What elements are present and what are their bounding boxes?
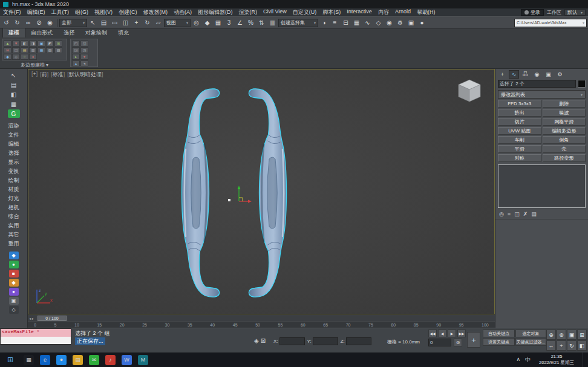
rendered-frame-window-icon[interactable]: ▣ xyxy=(406,18,416,28)
maxscript-listener-line2[interactable] xyxy=(1,337,71,344)
modifier-button[interactable]: 平滑 xyxy=(498,145,541,153)
selection-filter-dropdown[interactable]: 全部 ▾ xyxy=(59,19,87,27)
ribbon-mini-button[interactable]: ▨ xyxy=(54,47,62,53)
browser-icon[interactable]: ● xyxy=(53,352,70,367)
project-path-input[interactable] xyxy=(517,21,581,25)
percent-snap-icon[interactable]: % xyxy=(246,18,256,28)
motion-tab[interactable]: ◉ xyxy=(532,70,542,79)
file-explorer-icon[interactable]: ▤ xyxy=(70,352,86,367)
field-of-view-icon[interactable]: ↔ xyxy=(546,340,556,351)
modifier-button[interactable]: 对称 xyxy=(498,154,541,162)
use-pivot-center-icon[interactable]: ◎ xyxy=(191,18,201,28)
ribbon-tab[interactable]: 填充 xyxy=(113,28,134,37)
select-cursor-icon[interactable]: ↖ xyxy=(8,71,20,79)
next-frame-icon[interactable]: ▶▶ xyxy=(457,330,466,337)
current-frame-field[interactable] xyxy=(428,339,451,346)
menu-item[interactable]: 组(G) xyxy=(72,8,91,16)
edge-browser-icon[interactable]: e xyxy=(37,352,53,367)
menu-item[interactable]: 编辑(E) xyxy=(24,8,48,16)
ribbon-mini-button[interactable]: ▾ xyxy=(80,54,88,60)
ribbon-mini-button[interactable]: ○ xyxy=(21,54,28,60)
ribbon-mini-button[interactable]: ◱ xyxy=(80,41,88,47)
left-toolbar-item[interactable]: 编辑 xyxy=(8,140,19,149)
hierarchy-tab[interactable]: 品 xyxy=(520,70,531,79)
viewport-label-segment[interactable]: 前 xyxy=(40,71,48,79)
object-name-field[interactable] xyxy=(498,80,576,88)
project-path-field[interactable]: ▾ xyxy=(514,19,587,27)
named-selection-sets-dropdown[interactable]: 创建选择集 ▾ xyxy=(278,19,318,27)
maxscript-listener-line1[interactable]: saveMaxFile * xyxy=(1,329,71,337)
ribbon-mini-button[interactable]: ◩ xyxy=(46,41,54,47)
left-toolbar-item[interactable]: 其它 xyxy=(8,230,19,239)
maximize-viewport-icon[interactable]: ◧ xyxy=(577,340,587,351)
schematic-view-icon[interactable]: ◇ xyxy=(373,18,384,28)
selected-objects-dropdown[interactable]: 选定对象 xyxy=(515,330,546,337)
create-tab[interactable]: + xyxy=(497,70,508,79)
selection-lock-icon[interactable]: ⊠ xyxy=(261,337,266,344)
select-and-link-icon[interactable]: ∞ xyxy=(23,18,33,28)
ribbon-mini-button[interactable]: ◨ xyxy=(29,41,37,47)
left-toolbar-item[interactable]: 绘制 xyxy=(8,176,19,185)
polygon-modeling-panel-label[interactable]: 多边形建模 ▾ xyxy=(2,62,67,68)
left-handle-model[interactable] xyxy=(182,89,220,297)
rectangular-region-icon[interactable]: ▭ xyxy=(109,18,120,28)
menu-item[interactable]: 渲染(R) xyxy=(236,8,261,16)
unlink-selection-icon[interactable]: ⊘ xyxy=(34,18,44,28)
ribbon-tab[interactable]: 建模 xyxy=(2,28,25,37)
modifier-stack-list[interactable] xyxy=(498,164,586,208)
modifier-button[interactable]: 切片 xyxy=(498,118,541,126)
zoom-all-icon[interactable]: ⊛ xyxy=(557,330,566,340)
set-keys-button[interactable]: + xyxy=(467,332,480,348)
start-button[interactable]: ⊞ xyxy=(0,352,21,367)
menu-item[interactable]: 自定义(U) xyxy=(290,8,320,16)
ribbon-mini-button[interactable]: ▥ xyxy=(29,47,37,53)
menu-item[interactable]: 创建(C) xyxy=(116,8,140,16)
display-toggle-icon[interactable]: ◧ xyxy=(8,90,20,99)
menu-item[interactable]: 内容 xyxy=(375,8,392,16)
tray-expand-icon[interactable]: ∧ xyxy=(516,356,520,364)
align-icon[interactable]: ≡ xyxy=(330,18,340,28)
menu-item[interactable]: Arnold xyxy=(392,8,414,16)
track-bar[interactable]: 0510152025303540455055606570758085909510… xyxy=(28,321,495,328)
wechat-icon[interactable]: ✉ xyxy=(86,352,102,367)
maxscript-mini-listener[interactable]: saveMaxFile * xyxy=(0,328,71,345)
viewport-label-segment[interactable]: 标准 xyxy=(51,71,65,79)
modifier-list-dropdown[interactable]: 修改器列表 ▾ xyxy=(498,90,586,99)
modifier-button[interactable]: 壳 xyxy=(543,145,586,153)
task-view-icon[interactable]: ▦ xyxy=(21,352,37,367)
ribbon-mini-button[interactable]: ◧ xyxy=(21,41,28,47)
ribbon-mini-button[interactable]: ◫ xyxy=(12,47,20,53)
reference-coordinate-dropdown[interactable]: 视图 ▾ xyxy=(164,19,191,27)
ribbon-mini-button[interactable]: ◳ xyxy=(80,47,88,53)
scene-explorer-icon[interactable]: ▤ xyxy=(8,80,20,89)
bind-to-space-warp-icon[interactable]: ◉ xyxy=(45,18,55,28)
minimize-button[interactable] xyxy=(554,0,565,8)
ribbon-mini-button[interactable]: ◂ xyxy=(80,60,88,67)
ribbon-mini-button[interactable]: ● xyxy=(29,54,37,60)
modifier-button[interactable]: 网格平滑 xyxy=(543,118,586,126)
left-toolbar-item[interactable]: 综合 xyxy=(8,212,19,221)
window-crossing-icon[interactable]: ◫ xyxy=(120,18,131,28)
remove-modifier-icon[interactable]: ✗ xyxy=(523,211,528,217)
left-toolbar-item[interactable]: 文件 xyxy=(8,131,19,140)
menu-item[interactable]: 视图(V) xyxy=(91,8,116,16)
close-button[interactable] xyxy=(577,0,588,8)
menu-item[interactable]: 文件(F) xyxy=(0,8,24,16)
modifier-button[interactable]: UVW 贴图 xyxy=(498,127,541,135)
modifier-button[interactable]: 倒角 xyxy=(543,136,586,144)
isolate-selection-icon[interactable]: ◈ xyxy=(254,337,259,344)
ribbon-mini-button[interactable]: ▸ xyxy=(72,54,80,60)
snaps-toggle-icon[interactable]: 3 xyxy=(224,18,234,28)
purple-tool-icon[interactable]: ● xyxy=(9,288,19,296)
modifier-button[interactable]: 挤出 xyxy=(498,109,541,117)
ribbon-mini-button[interactable]: ▼ xyxy=(12,41,20,47)
previous-frame-icon[interactable]: ◀ xyxy=(438,330,446,337)
key-filters-button[interactable]: 关键点过滤器... xyxy=(515,338,546,346)
time-slider-track[interactable]: ◂ ▸ 0 / 100 xyxy=(28,314,495,321)
modifier-button[interactable]: 删除 xyxy=(543,100,586,108)
mirror-icon[interactable]: ◑ xyxy=(319,18,329,28)
ribbon-mini-button[interactable]: ▦ xyxy=(38,47,45,53)
spinner-snap-icon[interactable]: ⇅ xyxy=(256,18,267,28)
left-toolbar-item[interactable]: 相机 xyxy=(8,203,19,212)
time-configuration-button[interactable]: ⊙ xyxy=(454,339,462,346)
